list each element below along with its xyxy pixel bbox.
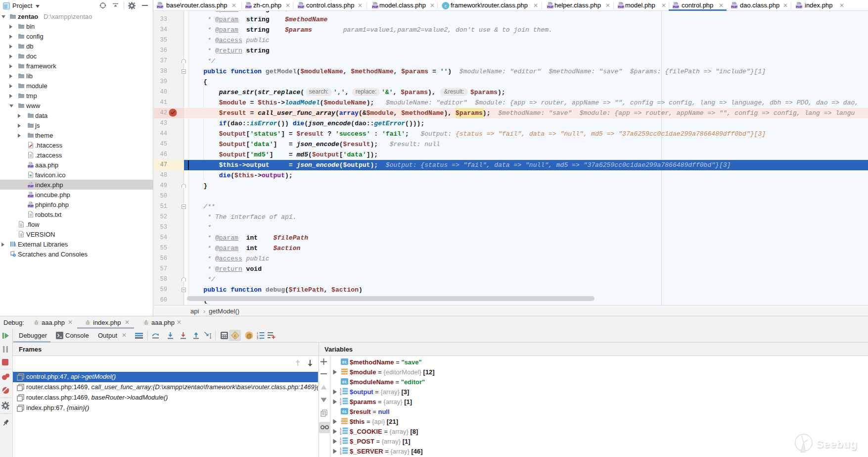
svg-text:PHP: PHP bbox=[796, 5, 802, 8]
svg-text:01: 01 bbox=[342, 409, 347, 414]
svg-text:3: 3 bbox=[340, 393, 341, 395]
svg-text:c: c bbox=[445, 3, 447, 8]
svg-text:PHP: PHP bbox=[28, 204, 34, 207]
svg-text:3: 3 bbox=[340, 442, 341, 445]
svg-text:PHP: PHP bbox=[372, 5, 378, 8]
svg-text:3: 3 bbox=[340, 452, 341, 455]
svg-text:3: 3 bbox=[257, 337, 258, 339]
svg-text:c: c bbox=[234, 333, 236, 338]
svg-text:01: 01 bbox=[342, 360, 347, 364]
svg-text:PHP: PHP bbox=[245, 5, 252, 8]
svg-text:PHP: PHP bbox=[28, 195, 34, 198]
svg-text:3: 3 bbox=[340, 432, 341, 435]
svg-text:3: 3 bbox=[340, 403, 341, 405]
svg-text:PHP: PHP bbox=[28, 185, 34, 188]
svg-text:@: @ bbox=[246, 333, 252, 339]
svg-text:PHP: PHP bbox=[157, 5, 163, 8]
svg-text:PHP: PHP bbox=[298, 5, 304, 8]
svg-text:PHP: PHP bbox=[28, 165, 34, 168]
svg-text:01: 01 bbox=[342, 380, 347, 384]
svg-text:PHP: PHP bbox=[547, 5, 553, 8]
svg-text:PHP: PHP bbox=[618, 5, 624, 8]
svg-text:PHP: PHP bbox=[731, 5, 737, 8]
svg-text:PHP: PHP bbox=[673, 5, 679, 8]
